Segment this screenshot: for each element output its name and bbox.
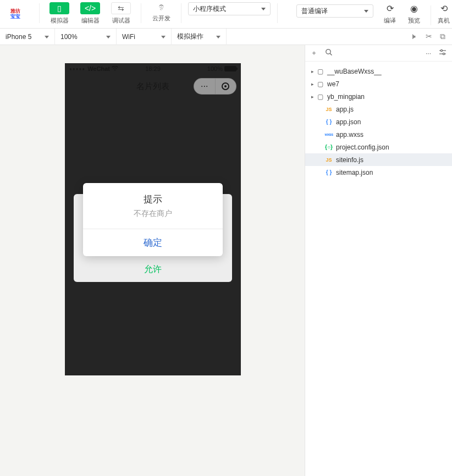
file-explorer: ＋ ··· ▸▢__wuBaseWxss__▸▢we7▸▢yb_mingpian…: [305, 45, 452, 476]
file-node[interactable]: wxssapp.wxss: [305, 128, 452, 141]
file-node[interactable]: { }sitemap.json: [305, 166, 452, 179]
folder-node[interactable]: ▸▢we7: [305, 78, 452, 90]
folder-icon: ▢: [315, 93, 325, 101]
debug-icon: ⇆: [111, 2, 131, 14]
preview-button[interactable]: ◉ 预览: [402, 2, 426, 25]
compile-mode-select[interactable]: 普通编译: [296, 4, 373, 18]
alert-modal: 提示 不存在商户 确定: [83, 183, 223, 256]
debugger-button[interactable]: ⇆ 调试器: [106, 2, 136, 25]
chevron-right-icon: ▸: [310, 81, 315, 87]
remote-debug-button[interactable]: ⟲ 真机: [436, 2, 452, 25]
main-area: ●●●●● WeChat 18:29 100% 名片列表 ···: [0, 45, 452, 476]
search-button[interactable]: [325, 48, 333, 58]
modal-message: 不存在商户: [83, 209, 223, 229]
svg-point-5: [443, 53, 444, 54]
sim-action-select[interactable]: 模拟操作: [172, 29, 227, 45]
file-type-icon: { }: [324, 169, 334, 175]
file-name: app.json: [334, 118, 361, 126]
editor-button[interactable]: </> 编辑器: [75, 2, 106, 25]
file-node[interactable]: JSsiteinfo.js: [305, 153, 452, 166]
main-toolbar: 雅坊宝宝 ▯ 模拟器 </> 编辑器 ⇆ 调试器 ඉ 云开发 小程序模式 普通编…: [0, 0, 452, 29]
file-node[interactable]: { }app.json: [305, 115, 452, 128]
svg-line-1: [330, 53, 332, 55]
code-icon: </>: [80, 2, 100, 14]
file-tree: ▸▢__wuBaseWxss__▸▢we7▸▢yb_mingpianJSapp.…: [305, 62, 452, 476]
device-select[interactable]: iPhone 5: [0, 29, 55, 45]
phone-frame: ●●●●● WeChat 18:29 100% 名片列表 ···: [65, 63, 241, 375]
simulator-options-bar: iPhone 5 100% WiFi 模拟操作 🕨 ✂ ⧉: [0, 29, 452, 45]
new-file-button[interactable]: ＋: [311, 48, 317, 58]
file-type-icon: { }: [324, 119, 334, 125]
cut-icon[interactable]: ✂: [426, 32, 432, 41]
file-name: app.wxss: [334, 131, 363, 139]
file-type-icon: JS: [324, 107, 334, 112]
file-node[interactable]: JSapp.js: [305, 103, 452, 115]
folder-name: we7: [325, 80, 339, 88]
search-icon: [325, 48, 333, 56]
app-logo: 雅坊宝宝: [4, 3, 26, 25]
modal-ok-button[interactable]: 确定: [83, 229, 223, 256]
simulator-button[interactable]: ▯ 模拟器: [44, 2, 75, 25]
network-select[interactable]: WiFi: [117, 29, 172, 45]
folder-node[interactable]: ▸▢__wuBaseWxss__: [305, 65, 452, 78]
folder-name: yb_mingpian: [325, 93, 365, 101]
zoom-select[interactable]: 100%: [55, 29, 117, 45]
mute-icon[interactable]: 🕨: [410, 32, 418, 41]
folder-icon: ▢: [315, 68, 325, 75]
remote-icon: ⟲: [438, 2, 450, 14]
folder-icon: ▢: [315, 80, 325, 88]
modal-title: 提示: [83, 183, 223, 209]
mode-select[interactable]: 小程序模式: [188, 2, 271, 15]
phone-icon: ▯: [49, 2, 69, 14]
settings-icon[interactable]: [439, 49, 447, 57]
refresh-icon: ⟳: [384, 2, 396, 14]
file-type-icon: wxss: [324, 132, 334, 136]
svg-point-4: [440, 49, 442, 51]
file-name: siteinfo.js: [334, 156, 363, 164]
detach-icon[interactable]: ⧉: [440, 32, 445, 41]
simulator-panel: ●●●●● WeChat 18:29 100% 名片列表 ···: [0, 45, 305, 476]
file-explorer-toolbar: ＋ ···: [305, 45, 452, 62]
eye-icon: ◉: [408, 2, 420, 14]
file-node[interactable]: {○}project.config.json: [305, 141, 452, 153]
allow-button[interactable]: 允许: [74, 264, 232, 275]
folder-node[interactable]: ▸▢yb_mingpian: [305, 90, 452, 103]
chevron-right-icon: ▸: [310, 69, 315, 74]
file-name: app.js: [334, 106, 354, 113]
file-name: project.config.json: [334, 143, 389, 151]
cloud-dev-button[interactable]: ඉ 云开发: [146, 0, 177, 23]
chevron-right-icon: ▸: [310, 94, 315, 99]
svg-point-0: [326, 49, 330, 54]
file-name: sitemap.json: [334, 169, 373, 176]
file-type-icon: {○}: [324, 144, 334, 150]
file-type-icon: JS: [324, 157, 334, 163]
more-button[interactable]: ···: [426, 49, 431, 57]
cloud-icon: ඉ: [151, 0, 171, 12]
folder-name: __wuBaseWxss__: [325, 68, 382, 75]
compile-button[interactable]: ⟳ 编译: [378, 2, 402, 25]
